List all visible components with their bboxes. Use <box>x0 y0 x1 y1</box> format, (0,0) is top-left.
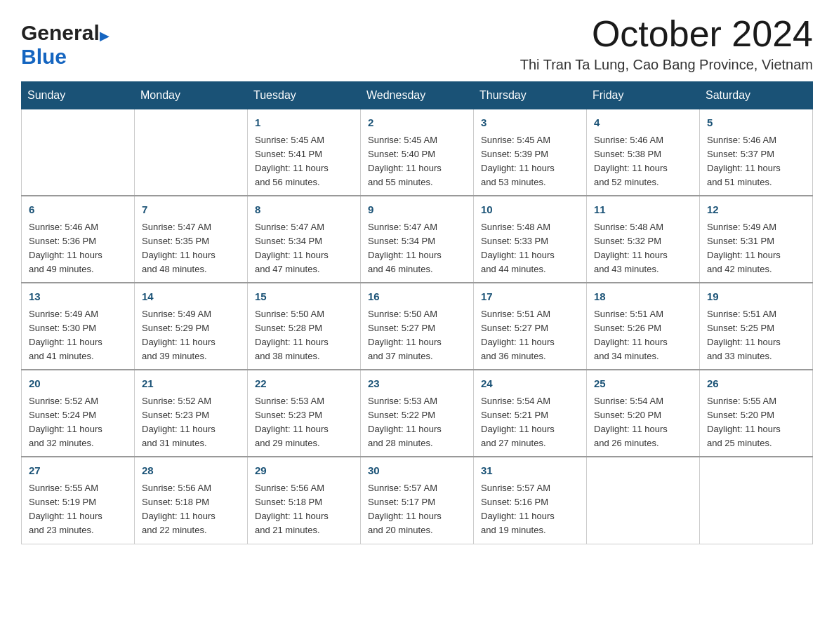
col-tuesday: Tuesday <box>248 82 361 109</box>
day-number: 7 <box>142 202 240 218</box>
day-number: 27 <box>29 463 127 479</box>
logo-general: General <box>21 21 100 44</box>
day-number: 28 <box>142 463 240 479</box>
day-number: 12 <box>707 202 805 218</box>
logo: General▶ Blue <box>21 21 110 69</box>
table-row: 6Sunrise: 5:46 AMSunset: 5:36 PMDaylight… <box>22 196 135 283</box>
col-friday: Friday <box>587 82 700 109</box>
table-row: 7Sunrise: 5:47 AMSunset: 5:35 PMDaylight… <box>135 196 248 283</box>
table-row: 13Sunrise: 5:49 AMSunset: 5:30 PMDayligh… <box>22 283 135 370</box>
table-row <box>22 109 135 196</box>
logo-line2: Blue <box>21 45 110 69</box>
day-info: Sunrise: 5:56 AMSunset: 5:18 PMDaylight:… <box>255 481 353 538</box>
logo-arrow-icon: ▶ <box>100 28 110 43</box>
day-number: 26 <box>707 376 805 392</box>
table-row: 9Sunrise: 5:47 AMSunset: 5:34 PMDaylight… <box>361 196 474 283</box>
day-info: Sunrise: 5:47 AMSunset: 5:34 PMDaylight:… <box>368 220 466 277</box>
day-number: 5 <box>707 115 805 131</box>
day-info: Sunrise: 5:51 AMSunset: 5:26 PMDaylight:… <box>594 307 692 364</box>
day-number: 9 <box>368 202 466 218</box>
day-info: Sunrise: 5:50 AMSunset: 5:27 PMDaylight:… <box>368 307 466 364</box>
day-number: 14 <box>142 289 240 305</box>
day-number: 13 <box>29 289 127 305</box>
logo-blue: Blue <box>21 45 67 68</box>
day-info: Sunrise: 5:56 AMSunset: 5:18 PMDaylight:… <box>142 481 240 538</box>
day-number: 24 <box>481 376 579 392</box>
day-info: Sunrise: 5:51 AMSunset: 5:25 PMDaylight:… <box>707 307 805 364</box>
calendar-week-3: 13Sunrise: 5:49 AMSunset: 5:30 PMDayligh… <box>22 283 813 370</box>
calendar-header-row: Sunday Monday Tuesday Wednesday Thursday… <box>22 82 813 109</box>
day-info: Sunrise: 5:46 AMSunset: 5:36 PMDaylight:… <box>29 220 127 277</box>
table-row <box>587 457 700 544</box>
day-info: Sunrise: 5:54 AMSunset: 5:20 PMDaylight:… <box>594 394 692 451</box>
day-number: 11 <box>594 202 692 218</box>
day-info: Sunrise: 5:53 AMSunset: 5:22 PMDaylight:… <box>368 394 466 451</box>
table-row: 12Sunrise: 5:49 AMSunset: 5:31 PMDayligh… <box>700 196 813 283</box>
calendar-week-4: 20Sunrise: 5:52 AMSunset: 5:24 PMDayligh… <box>22 370 813 457</box>
day-number: 22 <box>255 376 353 392</box>
table-row: 2Sunrise: 5:45 AMSunset: 5:40 PMDaylight… <box>361 109 474 196</box>
table-row: 14Sunrise: 5:49 AMSunset: 5:29 PMDayligh… <box>135 283 248 370</box>
day-number: 10 <box>481 202 579 218</box>
day-info: Sunrise: 5:46 AMSunset: 5:37 PMDaylight:… <box>707 133 805 190</box>
col-sunday: Sunday <box>22 82 135 109</box>
day-number: 30 <box>368 463 466 479</box>
day-number: 2 <box>368 115 466 131</box>
logo-line1: General▶ <box>21 21 110 45</box>
table-row: 21Sunrise: 5:52 AMSunset: 5:23 PMDayligh… <box>135 370 248 457</box>
day-info: Sunrise: 5:53 AMSunset: 5:23 PMDaylight:… <box>255 394 353 451</box>
table-row: 8Sunrise: 5:47 AMSunset: 5:34 PMDaylight… <box>248 196 361 283</box>
day-number: 29 <box>255 463 353 479</box>
day-number: 25 <box>594 376 692 392</box>
day-number: 17 <box>481 289 579 305</box>
day-info: Sunrise: 5:45 AMSunset: 5:40 PMDaylight:… <box>368 133 466 190</box>
day-info: Sunrise: 5:54 AMSunset: 5:21 PMDaylight:… <box>481 394 579 451</box>
day-number: 15 <box>255 289 353 305</box>
table-row: 25Sunrise: 5:54 AMSunset: 5:20 PMDayligh… <box>587 370 700 457</box>
title-section: October 2024 Thi Tran Ta Lung, Cao Bang … <box>520 14 813 73</box>
day-info: Sunrise: 5:45 AMSunset: 5:41 PMDaylight:… <box>255 133 353 190</box>
day-number: 4 <box>594 115 692 131</box>
table-row: 5Sunrise: 5:46 AMSunset: 5:37 PMDaylight… <box>700 109 813 196</box>
table-row: 19Sunrise: 5:51 AMSunset: 5:25 PMDayligh… <box>700 283 813 370</box>
table-row: 26Sunrise: 5:55 AMSunset: 5:20 PMDayligh… <box>700 370 813 457</box>
day-info: Sunrise: 5:49 AMSunset: 5:30 PMDaylight:… <box>29 307 127 364</box>
day-number: 3 <box>481 115 579 131</box>
table-row: 11Sunrise: 5:48 AMSunset: 5:32 PMDayligh… <box>587 196 700 283</box>
day-number: 31 <box>481 463 579 479</box>
day-number: 18 <box>594 289 692 305</box>
day-info: Sunrise: 5:48 AMSunset: 5:32 PMDaylight:… <box>594 220 692 277</box>
day-number: 21 <box>142 376 240 392</box>
day-info: Sunrise: 5:45 AMSunset: 5:39 PMDaylight:… <box>481 133 579 190</box>
day-info: Sunrise: 5:51 AMSunset: 5:27 PMDaylight:… <box>481 307 579 364</box>
day-info: Sunrise: 5:52 AMSunset: 5:24 PMDaylight:… <box>29 394 127 451</box>
table-row: 22Sunrise: 5:53 AMSunset: 5:23 PMDayligh… <box>248 370 361 457</box>
table-row: 16Sunrise: 5:50 AMSunset: 5:27 PMDayligh… <box>361 283 474 370</box>
day-number: 20 <box>29 376 127 392</box>
day-info: Sunrise: 5:46 AMSunset: 5:38 PMDaylight:… <box>594 133 692 190</box>
table-row: 15Sunrise: 5:50 AMSunset: 5:28 PMDayligh… <box>248 283 361 370</box>
page-header: General▶ Blue October 2024 Thi Tran Ta L… <box>21 14 813 73</box>
day-info: Sunrise: 5:49 AMSunset: 5:31 PMDaylight:… <box>707 220 805 277</box>
day-info: Sunrise: 5:57 AMSunset: 5:17 PMDaylight:… <box>368 481 466 538</box>
day-info: Sunrise: 5:55 AMSunset: 5:20 PMDaylight:… <box>707 394 805 451</box>
calendar-week-2: 6Sunrise: 5:46 AMSunset: 5:36 PMDaylight… <box>22 196 813 283</box>
day-info: Sunrise: 5:57 AMSunset: 5:16 PMDaylight:… <box>481 481 579 538</box>
col-monday: Monday <box>135 82 248 109</box>
table-row: 28Sunrise: 5:56 AMSunset: 5:18 PMDayligh… <box>135 457 248 544</box>
table-row: 4Sunrise: 5:46 AMSunset: 5:38 PMDaylight… <box>587 109 700 196</box>
table-row: 17Sunrise: 5:51 AMSunset: 5:27 PMDayligh… <box>474 283 587 370</box>
calendar-week-5: 27Sunrise: 5:55 AMSunset: 5:19 PMDayligh… <box>22 457 813 544</box>
month-title: October 2024 <box>520 14 813 54</box>
location-subtitle: Thi Tran Ta Lung, Cao Bang Province, Vie… <box>520 57 813 73</box>
table-row: 1Sunrise: 5:45 AMSunset: 5:41 PMDaylight… <box>248 109 361 196</box>
table-row: 30Sunrise: 5:57 AMSunset: 5:17 PMDayligh… <box>361 457 474 544</box>
calendar-week-1: 1Sunrise: 5:45 AMSunset: 5:41 PMDaylight… <box>22 109 813 196</box>
day-info: Sunrise: 5:50 AMSunset: 5:28 PMDaylight:… <box>255 307 353 364</box>
table-row: 27Sunrise: 5:55 AMSunset: 5:19 PMDayligh… <box>22 457 135 544</box>
day-info: Sunrise: 5:49 AMSunset: 5:29 PMDaylight:… <box>142 307 240 364</box>
table-row: 18Sunrise: 5:51 AMSunset: 5:26 PMDayligh… <box>587 283 700 370</box>
day-number: 19 <box>707 289 805 305</box>
table-row <box>135 109 248 196</box>
table-row: 29Sunrise: 5:56 AMSunset: 5:18 PMDayligh… <box>248 457 361 544</box>
